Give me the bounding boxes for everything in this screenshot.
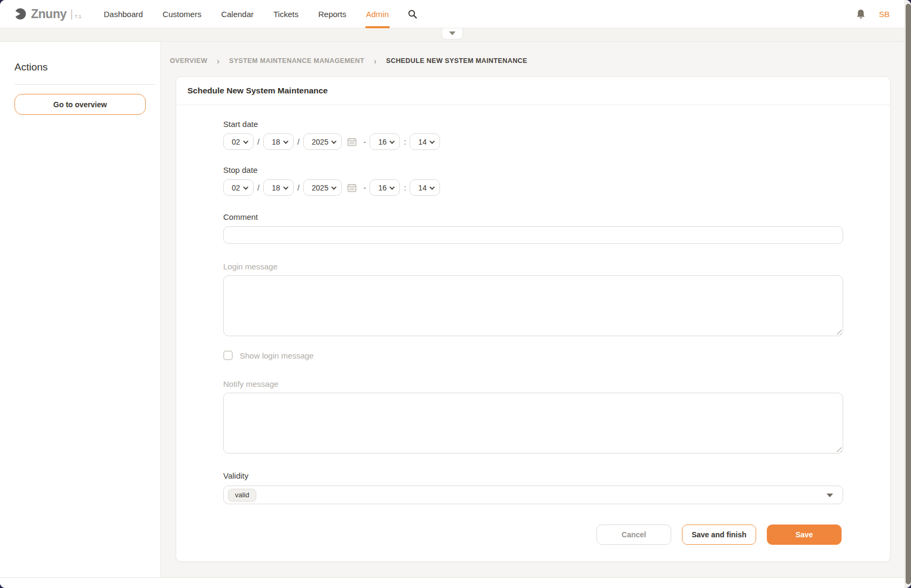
start-day-select[interactable]: 18 [263,133,294,150]
active-nav-underline [365,26,390,28]
chevron-down-icon [430,139,435,144]
toolbar-strip [0,29,911,42]
page-title: Schedule New System Maintenance [187,86,328,96]
date-separator: / [257,138,260,146]
chevron-down-icon [430,185,435,190]
stop-hour-select[interactable]: 16 [370,179,400,196]
stop-minute-select[interactable]: 14 [410,179,440,196]
go-to-overview-button[interactable]: Go to overview [14,94,146,115]
notify-message-field [223,393,843,454]
scrollbar-thumb[interactable] [906,4,911,584]
start-year-select[interactable]: 2025 [303,133,342,150]
top-navbar: Znuny | 7.1 Dashboard Customers Calendar… [0,0,911,28]
chevron-down-icon [331,185,336,190]
maintenance-form: Start date 02 / 18 / 2025 [176,105,890,504]
login-message-textarea[interactable] [223,275,843,336]
nav-item-tickets[interactable]: Tickets [273,0,299,28]
actions-sidebar: Actions Go to overview [0,42,161,577]
chevron-down-icon [283,139,288,144]
start-date-row: 02 / 18 / 2025 [223,133,842,150]
chevron-down-icon [390,185,395,190]
breadcrumb-chevron-icon: › [374,55,376,66]
date-separator: / [257,184,260,192]
stop-day-select[interactable]: 18 [263,179,294,196]
chevron-down-icon [331,139,336,144]
brand[interactable]: Znuny | 7.1 [14,7,81,21]
start-date-label: Start date [223,120,842,129]
nav-item-dashboard[interactable]: Dashboard [104,0,143,28]
search-icon[interactable] [408,10,417,19]
chevron-down-icon [449,31,456,35]
breadcrumb-overview[interactable]: OVERVIEW [170,57,207,65]
show-login-message-checkbox[interactable] [223,351,233,360]
cancel-button[interactable]: Cancel [596,525,671,545]
show-login-message-label: Show login message [240,351,313,360]
brand-version: 7.1 [75,14,82,19]
stop-date-row: 02 / 18 / 2025 [223,179,842,196]
start-minute-select[interactable]: 14 [410,133,440,150]
brand-separator: | [70,8,73,20]
stop-date-label: Stop date [223,165,842,174]
chevron-down-icon [243,139,248,144]
date-separator: / [297,184,300,192]
znuny-logo-icon [14,7,27,20]
nav-item-admin[interactable]: Admin [366,0,389,28]
vertical-scrollbar[interactable] [905,0,911,588]
range-separator: - [364,138,366,146]
time-separator: : [404,138,406,146]
calendar-icon[interactable] [347,137,357,147]
chevron-down-icon [283,185,288,190]
chevron-down-icon [243,185,248,190]
sidebar-title: Actions [14,61,160,73]
toolbar-collapse-toggle[interactable] [442,28,463,39]
date-separator: / [297,138,300,146]
chevron-down-icon [390,139,395,144]
comment-label: Comment [223,212,842,221]
login-message-label: Login message [223,262,842,271]
nav-item-reports[interactable]: Reports [318,0,347,28]
time-separator: : [404,184,406,192]
form-actions: Cancel Save and finish Save [176,504,890,545]
brand-name: Znuny [31,7,67,21]
main-content: OVERVIEW › SYSTEM MAINTENANCE MANAGEMENT… [161,42,905,577]
nav-item-calendar[interactable]: Calendar [221,0,254,28]
sidebar-divider [14,84,155,85]
stop-month-select[interactable]: 02 [223,179,254,196]
validity-label: Validity [223,471,842,480]
nav-item-customers[interactable]: Customers [163,0,202,28]
page-footer [0,577,911,588]
notifications-bell-icon[interactable] [855,9,866,20]
breadcrumb: OVERVIEW › SYSTEM MAINTENANCE MANAGEMENT… [170,57,905,65]
card-header: Schedule New System Maintenance [176,77,890,105]
triangle-down-icon [827,494,833,497]
start-month-select[interactable]: 02 [223,133,254,150]
validity-selected-chip[interactable]: valid [228,489,256,502]
start-hour-select[interactable]: 16 [370,133,400,150]
save-and-finish-button[interactable]: Save and finish [682,525,756,545]
calendar-icon[interactable] [347,183,357,193]
notify-message-textarea[interactable] [223,393,843,454]
save-button[interactable]: Save [767,525,842,545]
app-window: Znuny | 7.1 Dashboard Customers Calendar… [0,0,911,588]
schedule-maintenance-card: Schedule New System Maintenance Start da… [176,76,891,562]
breadcrumb-chevron-icon: › [217,55,219,66]
navbar-right: SB [855,9,890,20]
breadcrumb-current-page: SCHEDULE NEW SYSTEM MAINTENANCE [386,57,528,65]
range-separator: - [364,184,366,192]
breadcrumb-system-maintenance-management[interactable]: SYSTEM MAINTENANCE MANAGEMENT [229,57,364,65]
comment-input[interactable] [223,226,843,244]
validity-select[interactable]: valid [223,486,843,504]
user-avatar-initials[interactable]: SB [879,10,890,19]
main-nav: Dashboard Customers Calendar Tickets Rep… [104,0,389,28]
login-message-field [223,275,843,336]
notify-message-label: Notify message [223,379,842,388]
stop-year-select[interactable]: 2025 [303,179,342,196]
show-login-message-row: Show login message [223,351,842,360]
